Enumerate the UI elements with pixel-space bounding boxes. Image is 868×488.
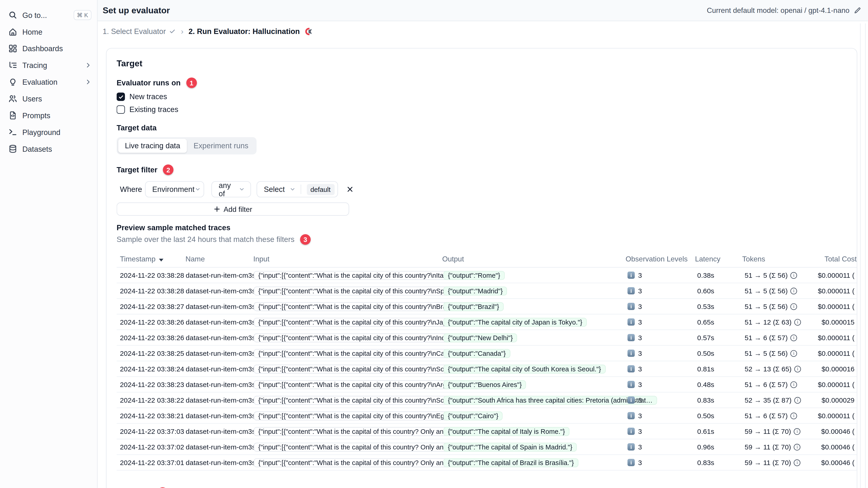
column-header-output[interactable]: Output — [442, 255, 626, 263]
table-row[interactable]: 2024-11-22 03:38:26 dataset-run-item-cm3… — [117, 330, 857, 346]
cell-tokens: 52 → 13 (Σ 65) i — [745, 365, 827, 373]
breadcrumb-step-2: 2. Run Evaluator: Hallucination — [188, 27, 313, 35]
table-row[interactable]: 2024-11-22 03:38:28 dataset-run-item-cm3… — [117, 268, 857, 283]
sidebar-item-playground[interactable]: Playground — [0, 124, 97, 140]
sidebar-item-home[interactable]: Home — [0, 24, 97, 40]
cell-observation-levels: i 3 — [627, 412, 698, 420]
column-header-timestamp[interactable]: Timestamp — [117, 255, 186, 263]
column-header-total-cost[interactable]: Total Cost — [825, 255, 857, 263]
sidebar-item-dashboards[interactable]: Dashboards — [0, 40, 97, 57]
column-header-name[interactable]: Name — [186, 255, 253, 263]
info-icon: i — [790, 272, 797, 279]
cell-input[interactable]: {"input":[{"content":"What is the capita… — [254, 442, 467, 451]
cell-output[interactable]: {"output":"The capital city of Japan is … — [443, 318, 587, 326]
new-traces-checkbox[interactable] — [117, 93, 125, 101]
info-square-icon: i — [627, 350, 635, 357]
cell-output[interactable]: {"output":"The capital of Brazil is Bras… — [443, 458, 578, 467]
table-row[interactable]: 2024-11-22 03:38:28 dataset-run-item-cm3… — [117, 283, 857, 299]
table-row[interactable]: 2024-11-22 03:38:27 dataset-run-item-cm3… — [117, 299, 857, 315]
cell-input[interactable]: {"input":[{"content":"What is the capita… — [254, 458, 467, 467]
table-row[interactable]: 2024-11-22 03:37:03 dataset-run-item-cm3… — [117, 424, 857, 440]
sidebar-item-label: Prompts — [22, 111, 91, 120]
where-label: Where — [117, 185, 145, 193]
cell-tokens: 59 → 11 (Σ 70) i — [745, 443, 827, 451]
table-row[interactable]: 2024-11-22 03:38:24 dataset-run-item-cm3… — [117, 361, 857, 377]
cost-value: $0.000011 ( — [818, 349, 855, 357]
observation-count: 3 — [638, 271, 642, 279]
cell-input[interactable]: {"input":[{"content":"What is the capita… — [254, 302, 464, 311]
tab-live-tracing-data[interactable]: Live tracing data — [118, 139, 187, 153]
info-square-icon: i — [627, 459, 635, 466]
filter-operator-select[interactable]: any of — [212, 181, 251, 197]
cell-input[interactable]: {"input":[{"content":"What is the capita… — [254, 349, 463, 358]
table-row[interactable]: 2024-11-22 03:38:26 dataset-run-item-cm3… — [117, 315, 857, 330]
sidebar-item-users[interactable]: Users — [0, 90, 97, 107]
existing-traces-checkbox[interactable] — [117, 105, 125, 113]
cell-output[interactable]: {"output":"South Africa has three capita… — [443, 395, 657, 404]
cell-input[interactable]: {"input":[{"content":"What is the capita… — [254, 333, 464, 342]
table-row[interactable]: 2024-11-22 03:38:25 dataset-run-item-cm3… — [117, 346, 857, 361]
cell-input[interactable]: {"input":[{"content":"What is the capita… — [254, 318, 465, 326]
sidebar-item-label: Users — [22, 95, 91, 103]
preview-subtitle: Sample over the last 24 hours that match… — [117, 235, 294, 243]
info-icon: i — [790, 350, 797, 356]
cell-output[interactable]: {"output":"The capital of Italy is Rome.… — [443, 427, 569, 436]
sidebar-item-prompts[interactable]: Prompts — [0, 107, 97, 124]
table-row[interactable]: 2024-11-22 03:38:21 dataset-run-item-cm3… — [117, 408, 857, 424]
edit-pencil-icon[interactable] — [854, 7, 861, 14]
cell-output[interactable]: {"output":"Buenos Aires"} — [443, 380, 526, 389]
cell-total-cost: $0.000029 — [827, 392, 857, 408]
sidebar-item-evaluation[interactable]: Evaluation — [0, 74, 97, 91]
cell-timestamp: 2024-11-22 03:38:24 — [117, 365, 186, 373]
users-icon — [8, 94, 17, 103]
table-row[interactable]: 2024-11-22 03:38:23 dataset-run-item-cm3… — [117, 377, 857, 392]
cell-name: dataset-run-item-cm3s4 — [186, 396, 254, 404]
add-filter-button[interactable]: Add filter — [117, 202, 349, 216]
cell-total-cost: $0.000011 ( — [827, 299, 857, 314]
cell-output[interactable]: {"output":"Canada"} — [443, 349, 510, 358]
info-square-icon: i — [627, 303, 635, 310]
cell-output[interactable]: {"output":"Rome"} — [443, 271, 505, 280]
filter-column-select[interactable]: Environment — [145, 181, 204, 197]
column-header-tokens[interactable]: Tokens — [742, 255, 825, 263]
column-header-input[interactable]: Input — [253, 255, 442, 263]
cell-input[interactable]: {"input":[{"content":"What is the capita… — [254, 286, 464, 295]
cell-input[interactable]: {"input":[{"content":"What is the capita… — [254, 271, 464, 280]
cell-output[interactable]: {"output":"The capital city of South Kor… — [443, 364, 606, 373]
cell-input[interactable]: {"input":[{"content":"What is the capita… — [254, 364, 465, 373]
tokens-value: 51 → 5 (Σ 56) — [745, 302, 788, 310]
breadcrumb-step-1[interactable]: 1. Select Evaluator — [103, 27, 176, 35]
remove-filter-button[interactable] — [345, 184, 355, 194]
target-filter-label-row: Target filter 2 — [117, 165, 847, 175]
window-scrollbar[interactable] — [865, 24, 866, 488]
table-row[interactable]: 2024-11-22 03:38:22 dataset-run-item-cm3… — [117, 392, 857, 408]
cell-input[interactable]: {"input":[{"content":"What is the capita… — [254, 395, 465, 404]
cell-input[interactable]: {"input":[{"content":"What is the capita… — [254, 411, 464, 420]
cell-output[interactable]: {"output":"Madrid"} — [443, 286, 507, 295]
cell-output[interactable]: {"output":"The capital of Spain is Madri… — [443, 442, 577, 451]
info-icon: i — [794, 365, 801, 372]
cell-tokens: 51 → 6 (Σ 57) i — [745, 334, 827, 341]
column-header-latency[interactable]: Latency — [695, 255, 742, 263]
filter-value-select[interactable]: Select default — [256, 181, 338, 197]
tab-experiment-runs[interactable]: Experiment runs — [187, 139, 255, 153]
default-model-setting[interactable]: Current default model: openai / gpt-4.1-… — [707, 6, 861, 14]
cell-output[interactable]: {"output":"New Delhi"} — [443, 333, 517, 342]
table-row[interactable]: 2024-11-22 03:37:01 dataset-run-item-cm3… — [117, 455, 857, 470]
sidebar-item-datasets[interactable]: Datasets — [0, 140, 97, 157]
existing-traces-option[interactable]: Existing traces — [117, 105, 847, 113]
table-row[interactable]: 2024-11-22 03:37:02 dataset-run-item-cm3… — [117, 440, 857, 455]
cell-timestamp: 2024-11-22 03:37:03 — [117, 427, 186, 435]
sidebar-item-tracing[interactable]: Tracing — [0, 57, 97, 74]
goto-search[interactable]: Go to... ⌘ K — [0, 7, 97, 24]
new-traces-option[interactable]: New traces — [117, 93, 847, 101]
cell-input[interactable]: {"input":[{"content":"What is the capita… — [254, 380, 465, 389]
cell-output[interactable]: {"output":"Brazil"} — [443, 302, 503, 311]
preview-subtitle-row: Sample over the last 24 hours that match… — [117, 234, 847, 245]
plus-icon — [214, 206, 220, 212]
cell-output[interactable]: {"output":"Cairo"} — [443, 411, 503, 420]
cell-tokens: 52 → 35 (Σ 87) i — [745, 396, 827, 404]
column-header-observation-levels[interactable]: Observation Levels — [625, 255, 695, 263]
evaluator-config-card: Target Evaluator runs on 1 New traces Ex… — [106, 48, 858, 488]
cell-input[interactable]: {"input":[{"content":"What is the capita… — [254, 427, 467, 436]
